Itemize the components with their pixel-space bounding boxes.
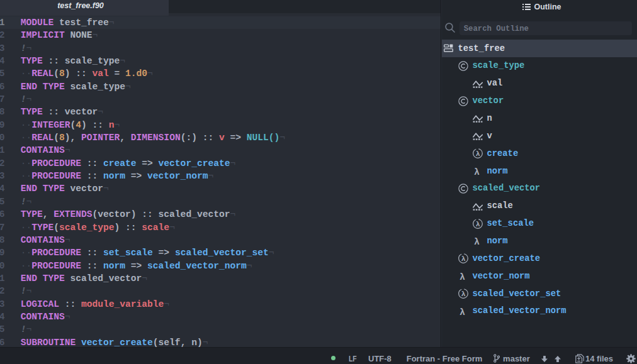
svg-text:λ: λ xyxy=(461,290,465,297)
svg-text:λ: λ xyxy=(475,220,480,228)
svg-text:λ: λ xyxy=(475,150,480,157)
svg-text:λ: λ xyxy=(474,236,479,246)
svg-text:λ: λ xyxy=(461,255,465,263)
svg-text:λ: λ xyxy=(474,167,479,177)
svg-text:λ: λ xyxy=(459,272,465,282)
svg-text:λ: λ xyxy=(459,306,465,316)
